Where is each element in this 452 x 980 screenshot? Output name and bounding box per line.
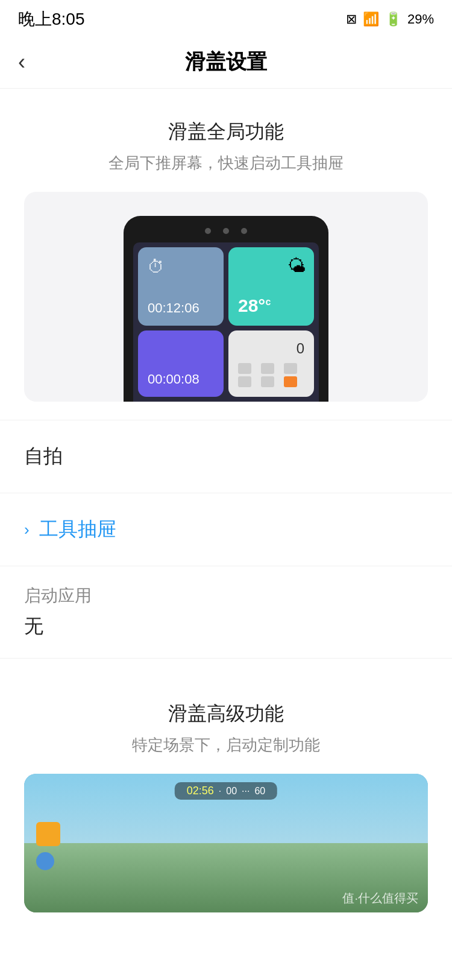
clock-icon: ⏱ [148,257,214,277]
launch-app-section: 启动应用 无 [0,566,452,658]
battery-percent: 29% [407,11,434,27]
calc-btn-4 [238,376,251,387]
calc-buttons [238,363,304,387]
calc-btn-2 [261,363,274,374]
phone-dot-1 [205,228,211,234]
widget-calc: 0 [228,330,314,397]
calc-btn-6 [284,376,297,387]
demo-card: ⏱ 00:12:06 🌤 28°c 00:00:08 0 [24,192,428,402]
game-ui-left [36,822,60,870]
advanced-section-title: 滑盖高级功能 [24,701,428,727]
game-hud: 02:56 · 00 ··· 60 [175,782,277,800]
hud-time: 02:56 [187,785,214,797]
launch-app-item[interactable]: 启动应用 [0,566,452,613]
menu-item-toolbox[interactable]: › 工具抽屉 [0,493,452,566]
toolbox-label: 工具抽屉 [39,516,116,543]
clock-time: 00:12:06 [148,300,214,316]
menu-item-selfie[interactable]: 自拍 [0,420,452,493]
advanced-section: 滑盖高级功能 特定场景下，启动定制功能 02:56 · 00 ··· 60 [0,671,452,912]
phone-dot-3 [241,228,247,234]
global-section: 滑盖全局功能 全局下推屏幕，快速启动工具抽屉 ⏱ 00:12:06 🌤 [0,89,452,402]
calc-btn-3 [284,363,297,374]
global-section-subtitle: 全局下推屏幕，快速启动工具抽屉 [24,153,428,174]
phone-dot-2 [223,228,229,234]
status-time: 晚上8:05 [18,8,85,31]
calc-display: 0 [238,340,304,357]
message-icon: ⊠ [346,11,357,27]
game-icon-2 [36,852,54,870]
calc-btn-5 [261,376,274,387]
hud-separator2: ··· [242,786,250,797]
page-header: ‹ 滑盖设置 [0,36,452,89]
battery-icon: 🔋 [385,11,401,27]
selfie-label: 自拍 [24,443,63,470]
calc-btn-1 [238,363,251,374]
timer-time: 00:00:08 [148,371,214,387]
hud-separator1: · [219,786,221,797]
status-bar: 晚上8:05 ⊠ 📶 🔋 29% [0,0,452,36]
game-demo-card: 02:56 · 00 ··· 60 值·什么值得买 [24,774,428,912]
advanced-section-subtitle: 特定场景下，启动定制功能 [24,735,428,756]
phone-screen: ⏱ 00:12:06 🌤 28°c 00:00:08 0 [133,242,319,402]
phone-mockup: ⏱ 00:12:06 🌤 28°c 00:00:08 0 [124,216,328,402]
launch-app-value: 无 [24,615,43,637]
watermark: 值·什么值得买 [342,890,418,906]
page-title: 滑盖设置 [185,48,267,76]
hud-stat2: 60 [254,786,265,797]
status-icons: ⊠ 📶 🔋 29% [346,11,434,27]
global-section-header: 滑盖全局功能 全局下推屏幕，快速启动工具抽屉 [0,89,452,192]
launch-app-label: 启动应用 [24,584,92,607]
advanced-section-header: 滑盖高级功能 特定场景下，启动定制功能 [0,671,452,774]
back-button[interactable]: ‹ [18,51,25,73]
game-icon-1 [36,822,60,846]
chevron-icon: › [24,520,30,539]
hud-stat1: 00 [226,786,237,797]
widget-timer: 00:00:08 [138,330,224,397]
widget-clock: ⏱ 00:12:06 [138,247,224,326]
weather-icon: 🌤 [287,256,306,276]
game-screen: 02:56 · 00 ··· 60 值·什么值得买 [24,774,428,912]
divider-4 [0,658,452,659]
wifi-icon: 📶 [363,11,379,27]
launch-app-value-container: 无 [0,613,452,658]
phone-top-bar [133,228,319,242]
global-section-title: 滑盖全局功能 [24,119,428,145]
weather-temp: 28°c [238,296,304,316]
widget-weather: 🌤 28°c [228,247,314,326]
